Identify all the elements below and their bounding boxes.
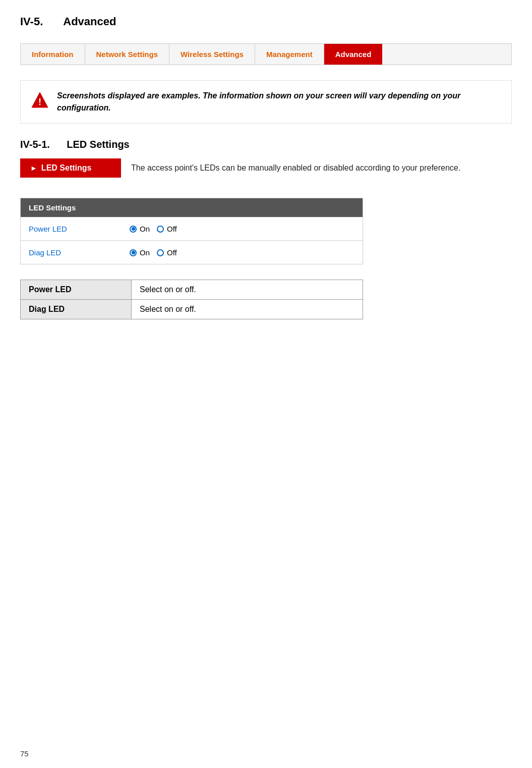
nav-item-management[interactable]: Management — [255, 44, 324, 65]
page-header: IV-5. Advanced — [20, 10, 512, 28]
diag-led-off-radio[interactable] — [157, 249, 164, 256]
power-led-options: On Off — [130, 225, 177, 233]
section-description: The access point's LEDs can be manually … — [131, 158, 460, 175]
table-key-power-led: Power LED — [21, 280, 132, 300]
power-led-on-group[interactable]: On — [130, 225, 150, 233]
table-value-power-led: Select on or off. — [132, 280, 363, 300]
diag-led-off-label: Off — [167, 248, 177, 257]
nav-item-information[interactable]: Information — [21, 44, 85, 65]
power-led-off-group[interactable]: Off — [157, 225, 177, 233]
alert-box: ! Screenshots displayed are examples. Th… — [20, 80, 512, 124]
table-key-diag-led: Diag LED — [21, 300, 132, 319]
led-panel-header: LED Settings — [21, 198, 363, 217]
warning-icon: ! — [31, 91, 49, 109]
power-led-on-radio[interactable] — [130, 226, 137, 233]
table-value-diag-led: Select on or off. — [132, 300, 363, 319]
led-settings-panel: LED Settings Power LED On Off Diag LED O… — [20, 198, 363, 264]
nav-item-advanced[interactable]: Advanced — [324, 44, 383, 65]
subsection-number: IV-5-1. — [20, 139, 50, 150]
page-number: 75 — [20, 749, 29, 758]
power-led-on-label: On — [140, 225, 150, 233]
description-block: ► LED Settings The access point's LEDs c… — [20, 158, 512, 186]
svg-text:!: ! — [38, 97, 41, 107]
arrow-icon: ► — [30, 164, 37, 172]
page-title: Advanced — [63, 15, 116, 28]
summary-table: Power LED Select on or off. Diag LED Sel… — [20, 280, 363, 319]
power-led-off-label: Off — [167, 225, 177, 233]
led-settings-btn-col: ► LED Settings — [20, 158, 121, 186]
power-led-off-radio[interactable] — [157, 226, 164, 233]
power-led-label: Power LED — [29, 225, 130, 233]
diag-led-on-radio[interactable] — [130, 249, 137, 256]
power-led-row: Power LED On Off — [21, 217, 363, 240]
section-heading: IV-5-1. LED Settings — [20, 139, 512, 150]
diag-led-options: On Off — [130, 248, 177, 257]
diag-led-on-label: On — [140, 248, 150, 257]
subsection-title: LED Settings — [67, 139, 129, 150]
led-settings-button[interactable]: ► LED Settings — [20, 158, 121, 178]
table-row: Power LED Select on or off. — [21, 280, 363, 300]
diag-led-on-group[interactable]: On — [130, 248, 150, 257]
alert-text: Screenshots displayed are examples. The … — [57, 90, 501, 114]
diag-led-off-group[interactable]: Off — [157, 248, 177, 257]
diag-led-label: Diag LED — [29, 248, 130, 257]
led-settings-button-label: LED Settings — [41, 163, 92, 173]
nav-item-wireless-settings[interactable]: Wireless Settings — [169, 44, 255, 65]
nav-item-network-settings[interactable]: Network Settings — [85, 44, 170, 65]
table-row: Diag LED Select on or off. — [21, 300, 363, 319]
diag-led-row: Diag LED On Off — [21, 241, 363, 264]
nav-bar: Information Network Settings Wireless Se… — [20, 43, 512, 65]
section-number: IV-5. — [20, 15, 43, 28]
